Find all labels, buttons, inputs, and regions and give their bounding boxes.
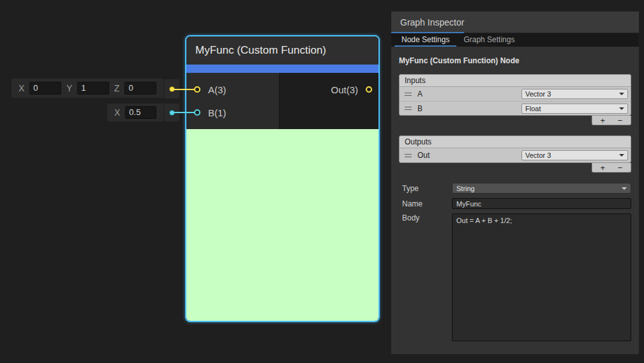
graph-inspector-panel: Graph Inspector Node Settings Graph Sett… [391, 12, 639, 354]
input-a-type-value: Vector 3 [525, 90, 551, 98]
type-row: Type String [399, 183, 631, 194]
add-output-button[interactable]: + [595, 164, 610, 172]
input-b-type-dropdown[interactable]: Float [521, 104, 628, 114]
input-row-a[interactable]: A Vector 3 [400, 87, 631, 101]
inspector-title: Graph Inspector [400, 17, 464, 27]
output-out-type-dropdown[interactable]: Vector 3 [521, 150, 628, 160]
drag-handle-icon[interactable] [405, 154, 412, 157]
tab-graph-settings-label: Graph Settings [463, 35, 514, 44]
inputs-list: Inputs A Vector 3 B Float [399, 74, 631, 116]
input-a-type-dropdown[interactable]: Vector 3 [521, 89, 628, 99]
vector3-input-widget: X 0 Y 1 Z 0 [11, 79, 163, 98]
output-port-out-icon[interactable] [366, 86, 372, 93]
add-input-button[interactable]: + [595, 116, 610, 125]
axis-label-x-float: X [114, 107, 120, 118]
outputs-list-footer: + − [399, 163, 631, 173]
port-row-a: A(3) [186, 78, 279, 101]
inspector-tab-bar: Node Settings Graph Settings [391, 33, 639, 47]
input-row-b[interactable]: B Float [400, 101, 631, 115]
name-row: Name [399, 198, 631, 209]
node-input-ports: A(3) B(1) [186, 73, 280, 129]
chevron-down-icon [619, 154, 624, 157]
chevron-down-icon [619, 93, 624, 95]
drag-handle-icon[interactable] [405, 107, 412, 110]
vector3-y-field[interactable]: 1 [77, 82, 109, 95]
tab-node-settings[interactable]: Node Settings [394, 33, 456, 47]
tab-node-settings-label: Node Settings [401, 35, 449, 44]
port-row-out: Out(3) [280, 78, 378, 101]
outputs-list: Outputs Out Vector 3 [399, 135, 631, 163]
input-port-a-icon[interactable] [194, 86, 200, 93]
port-b-label: B(1) [208, 107, 226, 118]
node-output-ports: Out(3) [280, 73, 378, 129]
input-b-type-value: Float [525, 105, 541, 112]
body-label: Body [399, 213, 452, 222]
node-ports: A(3) B(1) Out(3) [186, 73, 378, 129]
remove-output-button[interactable]: − [613, 164, 627, 172]
output-out-type-value: Vector 3 [525, 151, 551, 159]
inspector-header[interactable]: Graph Inspector [391, 12, 639, 33]
inputs-list-footer-bar: + − [592, 116, 631, 125]
input-b-name: B [417, 104, 423, 113]
axis-label-x: X [19, 83, 24, 93]
chevron-down-icon [622, 187, 627, 190]
inputs-list-header: Inputs [400, 75, 631, 87]
node-header[interactable]: MyFunc (Custom Function) [186, 36, 378, 65]
output-out-name: Out [417, 151, 430, 160]
output-row-out[interactable]: Out Vector 3 [400, 148, 631, 162]
edge-vector3-to-a[interactable] [173, 89, 195, 90]
inputs-list-title: Inputs [405, 76, 426, 85]
edge-float-to-b[interactable] [173, 112, 195, 113]
float-x-field[interactable]: 0.5 [125, 106, 156, 119]
name-label: Name [399, 199, 452, 208]
inputs-list-footer: + − [399, 116, 631, 125]
remove-input-button[interactable]: − [613, 116, 627, 125]
myfunc-node[interactable]: MyFunc (Custom Function) A(3) B(1) Out(3… [185, 35, 380, 322]
input-a-name: A [417, 89, 423, 98]
type-dropdown-value: String [456, 185, 475, 192]
vector3-x-field[interactable]: 0 [29, 82, 61, 95]
body-row: Body Out = A + B + 1/2; [399, 213, 631, 341]
inspector-body: MyFunc (Custom Function) Node Inputs A V… [391, 47, 639, 341]
port-out-label: Out(3) [331, 84, 358, 95]
body-textarea[interactable]: Out = A + B + 1/2; [452, 213, 631, 341]
inspector-tab-underline [391, 32, 464, 33]
input-port-b-icon[interactable] [194, 109, 200, 116]
node-settings-heading: MyFunc (Custom Function) Node [399, 56, 631, 65]
port-row-b: B(1) [186, 101, 279, 124]
vector3-z-field[interactable]: 0 [124, 82, 156, 95]
graph-canvas[interactable]: X 0 Y 1 Z 0 X 0.5 MyFunc (Custom Functio… [0, 0, 644, 363]
chevron-down-icon [619, 107, 624, 110]
float-input-widget: X 0.5 [107, 104, 163, 121]
port-a-label: A(3) [208, 84, 226, 95]
outputs-list-header: Outputs [400, 136, 631, 148]
drag-handle-icon[interactable] [405, 93, 412, 96]
type-dropdown[interactable]: String [452, 183, 631, 194]
tab-graph-settings[interactable]: Graph Settings [456, 33, 521, 47]
axis-label-z: Z [114, 83, 120, 93]
type-label: Type [399, 184, 452, 193]
outputs-list-title: Outputs [405, 137, 431, 146]
node-preview [186, 129, 378, 321]
name-input[interactable] [452, 198, 631, 209]
outputs-list-footer-bar: + − [592, 163, 631, 173]
node-accent-bar [186, 65, 378, 73]
axis-label-y: Y [66, 83, 72, 93]
node-title: MyFunc (Custom Function) [195, 44, 326, 57]
